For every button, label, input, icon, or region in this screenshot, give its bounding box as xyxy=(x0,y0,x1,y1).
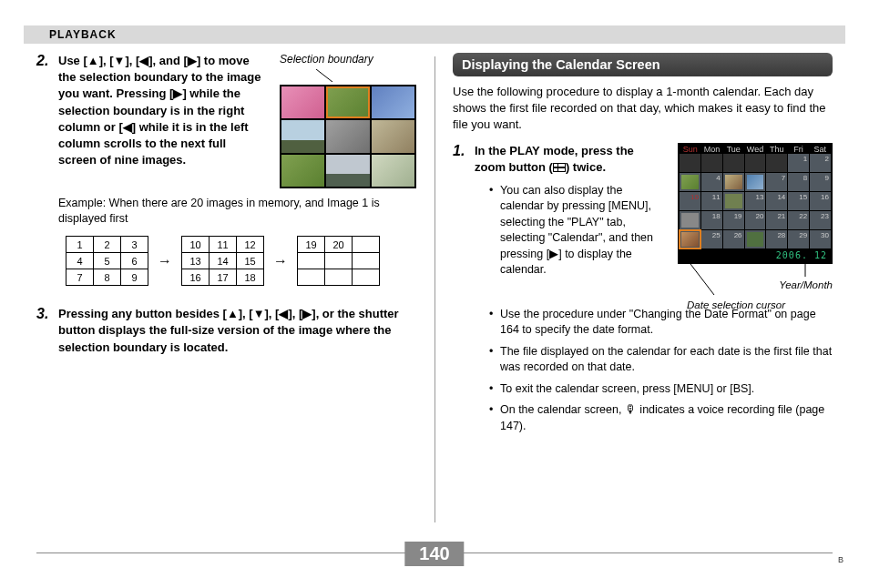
step-2-text: Use [▲], [▼], [◀], and [▶] to move the s… xyxy=(58,53,267,168)
step-1-notes: You can also display the calendar by pre… xyxy=(489,183,665,279)
additional-notes: Use the procedure under "Changing the Da… xyxy=(489,307,833,435)
step-1: 1. In the PLAY mode, press the zoom butt… xyxy=(453,143,665,176)
svg-line-2 xyxy=(690,264,714,295)
right-column: Displaying the Calendar Screen Use the f… xyxy=(453,53,833,524)
calendar-year-month: 2006. 12 xyxy=(680,248,831,262)
svg-line-0 xyxy=(316,69,332,82)
section-header-bar: PLAYBACK xyxy=(24,25,845,44)
calendar-screen: SunMonTueWedThuFriSat 12 4789 1011131415… xyxy=(678,143,833,264)
scroll-example-tables: 123 456 789 → 101112 131415 161718 → 192… xyxy=(66,236,416,286)
corner-mark: B xyxy=(838,555,843,564)
thumb-7 xyxy=(281,155,324,187)
note-2: Use the procedure under "Changing the Da… xyxy=(489,307,833,339)
section-header-text: PLAYBACK xyxy=(49,28,117,41)
step-3: 3. Pressing any button besides [▲], [▼],… xyxy=(36,306,416,356)
note-4: To exit the calendar screen, press [MENU… xyxy=(489,381,833,398)
zoom-grid-icon xyxy=(553,163,566,172)
note-3: The file displayed on the calendar for e… xyxy=(489,344,833,376)
calendar-section-header: Displaying the Calendar Screen xyxy=(453,53,833,76)
step-1-number: 1. xyxy=(453,143,475,159)
page-number: 140 xyxy=(404,542,464,566)
table-c: 1920 xyxy=(297,236,380,286)
year-month-label: Year/Month xyxy=(779,279,833,290)
calendar-weekday-header: SunMonTueWedThuFriSat xyxy=(680,145,831,154)
note-1: You can also display the calendar by pre… xyxy=(489,183,665,279)
thumb-3 xyxy=(372,86,414,118)
step-1-text: In the PLAY mode, press the zoom button … xyxy=(475,143,665,176)
thumb-2-selected xyxy=(326,86,369,118)
thumb-6 xyxy=(372,120,414,152)
table-b: 101112 131415 161718 xyxy=(181,236,264,286)
thumb-4 xyxy=(281,120,324,152)
calendar-intro: Use the following procedure to display a… xyxy=(453,84,833,134)
note-5: On the calendar screen, 🎙 indicates a vo… xyxy=(489,402,833,434)
example-text: Example: When there are 20 images in mem… xyxy=(58,196,416,227)
step-2: 2. Use [▲], [▼], [◀], and [▶] to move th… xyxy=(36,53,267,168)
step-3-text: Pressing any button besides [▲], [▼], [◀… xyxy=(58,306,416,356)
thumb-1 xyxy=(281,86,324,118)
thumb-8 xyxy=(326,155,369,187)
calendar-cursor-cell xyxy=(680,230,700,248)
table-a: 123 456 789 xyxy=(66,236,148,286)
thumb-5 xyxy=(326,120,369,152)
step-3-number: 3. xyxy=(36,306,58,322)
step-2-number: 2. xyxy=(36,53,58,69)
arrow-right-icon: → xyxy=(273,253,288,269)
left-column: 2. Use [▲], [▼], [◀], and [▶] to move th… xyxy=(36,53,416,524)
arrow-right-icon: → xyxy=(158,253,172,269)
thumbnail-grid xyxy=(280,85,416,188)
caption-pointer-line xyxy=(280,69,416,82)
selection-boundary-caption: Selection boundary xyxy=(280,53,416,66)
calendar-grid: 12 4789 101113141516 181920212223 252628… xyxy=(680,154,831,248)
thumb-9 xyxy=(372,155,414,187)
content-area: 2. Use [▲], [▼], [◀], and [▶] to move th… xyxy=(36,53,833,524)
